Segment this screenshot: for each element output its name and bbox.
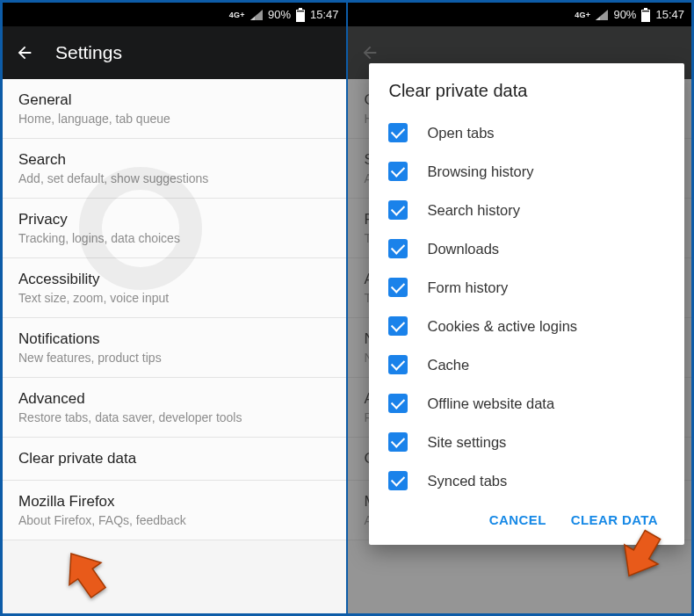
page-title: Settings xyxy=(55,42,122,63)
battery-icon xyxy=(296,8,305,22)
status-bar: 4G+ 90% 15:47 xyxy=(348,3,691,26)
check-row-search-history[interactable]: Search history xyxy=(388,191,669,229)
battery-percent: 90% xyxy=(613,8,636,21)
check-label: Site settings xyxy=(427,434,506,451)
setting-title: Notifications xyxy=(18,330,330,348)
checkbox-icon[interactable] xyxy=(388,123,408,142)
clear-data-dialog: Clear private data Open tabsBrowsing his… xyxy=(369,63,684,545)
network-label: 4G+ xyxy=(575,11,590,19)
check-row-open-tabs[interactable]: Open tabs xyxy=(388,113,669,152)
check-row-downloads[interactable]: Downloads xyxy=(388,229,669,268)
setting-subtitle: New features, product tips xyxy=(18,351,330,365)
check-row-site-settings[interactable]: Site settings xyxy=(388,423,669,461)
check-label: Synced tabs xyxy=(427,473,507,489)
dialog-title: Clear private data xyxy=(388,81,669,101)
clock: 15:47 xyxy=(310,8,339,21)
dialog-items: Open tabsBrowsing historySearch historyD… xyxy=(388,113,669,500)
settings-list[interactable]: GeneralHome, language, tab queueSearchAd… xyxy=(3,79,346,540)
phone-right: 4G+ 90% 15:47 GHSAPTATNNARCMA Clear priv… xyxy=(348,3,691,613)
check-label: Cache xyxy=(427,357,469,373)
checkbox-icon[interactable] xyxy=(388,394,408,413)
signal-icon xyxy=(250,10,263,20)
checkbox-icon[interactable] xyxy=(388,432,408,452)
setting-row-clear-private-data[interactable]: Clear private data xyxy=(3,438,346,481)
check-row-synced-tabs[interactable]: Synced tabs xyxy=(388,461,669,500)
check-row-browsing-history[interactable]: Browsing history xyxy=(388,152,669,191)
cancel-button[interactable]: CANCEL xyxy=(489,512,546,527)
setting-title: Advanced xyxy=(18,390,330,408)
setting-subtitle: About Firefox, FAQs, feedback xyxy=(18,513,330,527)
check-label: Downloads xyxy=(427,241,499,257)
clear-data-button[interactable]: CLEAR DATA xyxy=(571,512,658,527)
svg-rect-2 xyxy=(297,11,304,11)
svg-rect-3 xyxy=(644,8,647,10)
svg-rect-0 xyxy=(299,8,302,10)
back-icon[interactable] xyxy=(15,43,34,62)
clock: 15:47 xyxy=(655,8,684,21)
battery-icon xyxy=(641,8,650,22)
setting-title: General xyxy=(18,91,330,109)
status-bar: 4G+ 90% 15:47 xyxy=(3,3,346,26)
setting-subtitle: Text size, zoom, voice input xyxy=(18,291,330,305)
setting-row-mozilla-firefox[interactable]: Mozilla FirefoxAbout Firefox, FAQs, feed… xyxy=(3,481,346,540)
signal-icon xyxy=(596,10,608,20)
network-label: 4G+ xyxy=(229,11,245,19)
check-row-cache[interactable]: Cache xyxy=(388,345,669,384)
check-label: Cookies & active logins xyxy=(427,318,577,335)
check-label: Form history xyxy=(427,279,508,296)
setting-row-notifications[interactable]: NotificationsNew features, product tips xyxy=(3,318,346,378)
setting-title: Mozilla Firefox xyxy=(18,493,330,511)
check-label: Open tabs xyxy=(427,125,494,141)
setting-title: Accessibility xyxy=(18,271,330,288)
checkbox-icon[interactable] xyxy=(388,200,408,220)
check-row-cookies-active-logins[interactable]: Cookies & active logins xyxy=(388,307,669,345)
check-label: Search history xyxy=(427,202,519,219)
setting-row-privacy[interactable]: PrivacyTracking, logins, data choices xyxy=(3,199,346,258)
setting-title: Privacy xyxy=(18,211,330,228)
setting-title: Search xyxy=(18,151,330,169)
checkbox-icon[interactable] xyxy=(388,162,408,181)
checkbox-icon[interactable] xyxy=(388,278,408,297)
check-label: Browsing history xyxy=(427,163,533,180)
setting-subtitle: Home, language, tab queue xyxy=(18,112,330,126)
checkbox-icon[interactable] xyxy=(388,239,408,258)
setting-row-general[interactable]: GeneralHome, language, tab queue xyxy=(3,79,346,139)
checkbox-icon[interactable] xyxy=(388,316,408,336)
setting-title: Clear private data xyxy=(18,450,330,467)
dialog-overlay: Clear private data Open tabsBrowsing his… xyxy=(348,26,691,613)
svg-rect-5 xyxy=(642,11,649,11)
setting-row-advanced[interactable]: AdvancedRestore tabs, data saver, develo… xyxy=(3,378,346,438)
check-row-form-history[interactable]: Form history xyxy=(388,268,669,307)
setting-subtitle: Restore tabs, data saver, developer tool… xyxy=(18,410,330,424)
setting-row-search[interactable]: SearchAdd, set default, show suggestions xyxy=(3,139,346,199)
app-header: Settings xyxy=(3,26,346,79)
phone-left: 4G+ 90% 15:47 Settings GeneralHome, lang… xyxy=(3,3,346,613)
setting-subtitle: Tracking, logins, data choices xyxy=(18,231,330,245)
checkbox-icon[interactable] xyxy=(388,355,408,374)
check-row-offline-website-data[interactable]: Offline website data xyxy=(388,384,669,423)
battery-percent: 90% xyxy=(268,8,291,21)
checkbox-icon[interactable] xyxy=(388,471,408,490)
check-label: Offline website data xyxy=(427,395,554,412)
dialog-actions: CANCEL CLEAR DATA xyxy=(388,500,669,536)
setting-row-accessibility[interactable]: AccessibilityText size, zoom, voice inpu… xyxy=(3,258,346,318)
setting-subtitle: Add, set default, show suggestions xyxy=(18,171,330,185)
tutorial-arrow-left xyxy=(59,547,112,600)
